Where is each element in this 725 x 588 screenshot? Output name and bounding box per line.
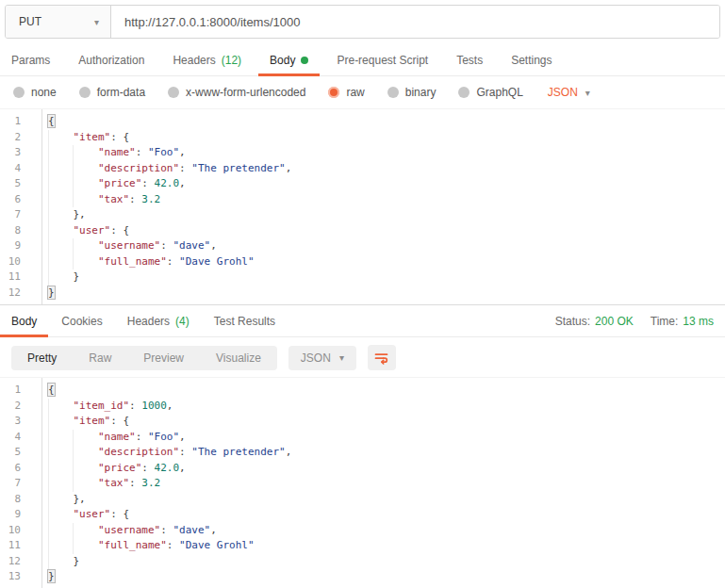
tab-headers[interactable]: Headers (12): [173, 44, 241, 75]
code-line: 12}: [0, 286, 725, 302]
tab-count: (12): [222, 54, 241, 67]
tab-authorization[interactable]: Authorization: [78, 44, 144, 75]
line-number: 2: [0, 130, 41, 146]
tab-settings[interactable]: Settings: [511, 44, 552, 75]
radio-label: binary: [405, 86, 437, 99]
response-view-switcher: Pretty Raw Preview Visualize: [11, 346, 277, 370]
raw-format-select[interactable]: JSON ▾: [548, 86, 590, 99]
line-number: 12: [0, 286, 41, 302]
request-body-editor[interactable]: 1{2 "item": {3 "name": "Foo",4 "descript…: [0, 108, 725, 304]
response-tabs: Body Cookies Headers (4) Test Results: [11, 305, 300, 336]
line-number: 8: [0, 492, 41, 508]
status-value: 200 OK: [595, 315, 634, 328]
request-tabs: Params Authorization Headers (12) Body P…: [0, 44, 725, 76]
radio-label: none: [31, 86, 57, 99]
status-badge: Status: 200 OK: [555, 315, 634, 328]
code-line: 2 "item": {: [0, 130, 725, 146]
body-type-binary-radio[interactable]: binary: [387, 86, 437, 99]
body-filled-dot-icon: [301, 57, 308, 64]
chevron-down-icon: ▾: [94, 17, 99, 27]
code-line: 12 }: [0, 554, 725, 570]
request-url-bar: PUT ▾: [5, 5, 720, 39]
method-label: PUT: [19, 15, 41, 28]
response-view-toolbar: Pretty Raw Preview Visualize JSON ▾: [0, 337, 725, 377]
line-number: 12: [0, 554, 41, 570]
radio-label: GraphQL: [476, 86, 522, 99]
radio-icon: [458, 87, 470, 98]
tab-label: Authorization: [78, 54, 144, 67]
view-raw-button[interactable]: Raw: [73, 346, 127, 370]
url-input[interactable]: [111, 6, 719, 38]
code-line: 1{: [0, 114, 725, 130]
request-url-section: PUT ▾: [0, 0, 725, 44]
response-tab-test-results[interactable]: Test Results: [214, 305, 275, 336]
code-line: 10 "username": "dave",: [0, 523, 725, 539]
radio-selected-icon: [328, 87, 339, 98]
body-type-raw-radio[interactable]: raw: [328, 86, 364, 99]
line-number: 8: [0, 223, 41, 239]
body-type-none-radio[interactable]: none: [13, 86, 57, 99]
status-label: Status:: [555, 315, 590, 328]
line-number: 1: [0, 383, 41, 399]
method-select[interactable]: PUT ▾: [6, 6, 111, 38]
tab-label: Body: [11, 315, 37, 328]
response-tab-cookies[interactable]: Cookies: [61, 305, 102, 336]
format-label: JSON: [548, 86, 578, 99]
view-visualize-button[interactable]: Visualize: [200, 346, 277, 370]
tab-count: (4): [175, 315, 189, 328]
line-number: 4: [0, 161, 41, 177]
code-line: 8 },: [0, 492, 725, 508]
line-number: 1: [0, 114, 41, 130]
wrap-lines-button[interactable]: [368, 345, 396, 370]
body-type-form-data-radio[interactable]: form-data: [79, 86, 145, 99]
response-tab-headers[interactable]: Headers (4): [127, 305, 189, 336]
tab-label: Cookies: [61, 315, 102, 328]
line-number: 11: [0, 270, 41, 286]
line-number: 10: [0, 254, 41, 270]
wrap-lines-icon: [373, 351, 389, 366]
code-line: 3 "name": "Foo",: [0, 145, 725, 161]
response-format-select[interactable]: JSON ▾: [288, 346, 356, 370]
time-badge: Time: 13 ms: [651, 315, 714, 328]
response-status-area: Status: 200 OK Time: 13 ms: [555, 305, 714, 336]
code-line: 5 "price": 42.0,: [0, 176, 725, 192]
tab-tests[interactable]: Tests: [456, 44, 483, 75]
chevron-down-icon: ▾: [585, 88, 590, 98]
body-type-graphql-radio[interactable]: GraphQL: [458, 86, 522, 99]
line-number: 6: [0, 461, 41, 477]
line-number: 3: [0, 145, 41, 161]
response-meta-row: Body Cookies Headers (4) Test Results St…: [0, 305, 725, 337]
format-label: JSON: [301, 351, 331, 365]
tab-pre-request-script[interactable]: Pre-request Script: [337, 44, 428, 75]
view-pretty-button[interactable]: Pretty: [11, 346, 73, 370]
code-line: 7 "tax": 3.2: [0, 476, 725, 492]
line-number: 7: [0, 476, 41, 492]
code-line: 6 "tax": 3.2: [0, 192, 725, 208]
response-tab-body[interactable]: Body: [11, 305, 37, 336]
body-type-urlencoded-radio[interactable]: x-www-form-urlencoded: [168, 86, 305, 99]
radio-icon: [387, 87, 399, 98]
line-number: 4: [0, 430, 41, 446]
time-label: Time:: [651, 315, 679, 328]
code-line: 1{: [0, 383, 725, 399]
code-line: 3 "item": {: [0, 414, 725, 430]
line-number: 11: [0, 538, 41, 554]
code-line: 7 },: [0, 207, 725, 223]
code-line: 11 "full_name": "Dave Grohl": [0, 538, 725, 554]
line-number: 7: [0, 207, 41, 223]
tab-label: Headers: [127, 315, 170, 328]
line-number: 13: [0, 569, 41, 585]
line-number: 9: [0, 507, 41, 523]
view-preview-button[interactable]: Preview: [127, 346, 200, 370]
line-number: 9: [0, 238, 41, 254]
line-number: 3: [0, 414, 41, 430]
tab-label: Pre-request Script: [337, 54, 428, 67]
code-line: 9 "user": {: [0, 507, 725, 523]
response-body-editor[interactable]: 1{2 "item_id": 1000,3 "item": {4 "name":…: [0, 377, 725, 588]
code-line: 9 "username": "dave",: [0, 238, 725, 254]
line-number: 2: [0, 399, 41, 415]
tab-label: Headers: [173, 54, 215, 67]
tab-body[interactable]: Body: [270, 44, 308, 75]
code-line: 8 "user": {: [0, 223, 725, 239]
tab-params[interactable]: Params: [11, 44, 50, 75]
